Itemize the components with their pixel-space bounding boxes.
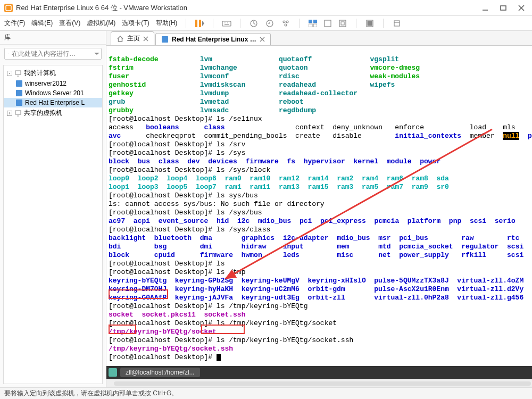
menu-bar: 文件(F) 编辑(E) 查看(V) 虚拟机(M) 选项卡(T) 帮助(H) — [0, 16, 532, 31]
library-tree: - 我的计算机 winserver2012 Windows Server 201… — [3, 65, 103, 384]
svg-rect-38 — [162, 36, 168, 43]
tab-home[interactable]: 主页 — [111, 31, 154, 45]
tab-label: Red Hat Enterprise Linux … — [172, 36, 256, 43]
fullscreen-icon[interactable] — [338, 19, 347, 28]
computer-icon — [14, 70, 22, 77]
content-area: 主页 Red Hat Enterprise Linux … fstab-deco… — [106, 31, 532, 387]
library-icon[interactable] — [392, 19, 402, 28]
pause-icon[interactable] — [195, 19, 204, 28]
collapse-icon[interactable]: - — [7, 71, 12, 76]
tree-vm-winserver201[interactable]: Windows Server 201 — [4, 88, 102, 98]
svg-rect-24 — [368, 21, 372, 26]
show-desktop-icon[interactable] — [109, 368, 117, 377]
svg-rect-29 — [15, 71, 21, 74]
tree-my-computer[interactable]: - 我的计算机 — [4, 68, 102, 79]
revert-icon[interactable] — [265, 19, 275, 28]
menu-help[interactable]: 帮助(H) — [156, 19, 178, 28]
snapshot-manager-icon[interactable] — [281, 19, 290, 28]
svg-rect-33 — [16, 99, 22, 106]
expand-icon[interactable]: + — [7, 111, 12, 116]
snapshot-icon[interactable] — [249, 19, 259, 28]
svg-rect-31 — [16, 80, 22, 87]
menu-edit[interactable]: 编辑(E) — [31, 19, 53, 28]
status-bar: 要将输入定向到该虚拟机，请在虚拟机内部单击或按 Ctrl+G。 — [0, 387, 532, 399]
svg-rect-16 — [309, 20, 312, 23]
svg-rect-19 — [313, 24, 317, 27]
tab-rhel[interactable]: Red Hat Enterprise Linux … — [155, 33, 271, 45]
library-search[interactable] — [4, 48, 102, 60]
minimize-icon[interactable] — [482, 5, 488, 11]
library-header: 库 — [0, 31, 106, 45]
menu-file[interactable]: 文件(F) — [4, 19, 25, 28]
vm-icon — [161, 36, 169, 43]
svg-rect-5 — [222, 21, 231, 26]
menu-vm[interactable]: 虚拟机(M) — [87, 19, 115, 28]
chevron-down-icon[interactable] — [94, 53, 99, 55]
terminal-cursor — [217, 354, 221, 361]
svg-point-13 — [283, 21, 285, 23]
thumbnails-icon[interactable] — [308, 19, 318, 28]
svg-rect-22 — [341, 22, 344, 25]
task-terminal[interactable]: zll@localhost:/home/zl... — [120, 368, 200, 377]
svg-point-27 — [8, 54, 9, 54]
svg-rect-18 — [309, 24, 312, 27]
tab-label: 主页 — [127, 34, 140, 43]
status-text: 要将输入定向到该虚拟机，请在虚拟机内部单击或按 Ctrl+G。 — [4, 389, 178, 398]
vm-icon — [15, 89, 23, 97]
tree-label: 我的计算机 — [24, 69, 56, 78]
close-icon[interactable] — [260, 37, 265, 42]
app-icon — [4, 4, 13, 12]
library-panel: 库 - 我的计算机 winserver2012 Windows Server 2… — [0, 31, 106, 387]
task-label: zll@localhost:/home/zl... — [126, 369, 195, 376]
svg-rect-25 — [394, 21, 400, 26]
maximize-icon[interactable] — [500, 5, 506, 11]
vm-icon — [15, 99, 23, 106]
horizontal-scrollbar[interactable] — [106, 379, 532, 387]
single-window-icon[interactable] — [323, 19, 332, 28]
menu-view[interactable]: 查看(V) — [59, 19, 80, 28]
svg-rect-2 — [501, 6, 506, 10]
computer-icon — [14, 110, 22, 117]
svg-rect-32 — [16, 90, 22, 96]
search-icon — [8, 51, 9, 57]
tree-shared-vms[interactable]: + 共享的虚拟机 — [4, 107, 102, 119]
svg-rect-34 — [15, 111, 21, 114]
svg-rect-20 — [325, 20, 331, 27]
terminal-output[interactable]: fstab-decode lvm quotaoff vgsplit fstrim… — [106, 46, 532, 366]
window-title: Red Hat Enterprise Linux 6 64 位 - VMware… — [16, 3, 482, 13]
home-icon — [117, 35, 124, 43]
close-icon[interactable] — [143, 36, 148, 41]
unity-icon[interactable] — [365, 19, 375, 28]
menu-tabs[interactable]: 选项卡(T) — [122, 19, 149, 28]
guest-taskbar: zll@localhost:/home/zl... — [106, 366, 532, 379]
close-icon[interactable] — [518, 5, 525, 11]
window-titlebar: Red Hat Enterprise Linux 6 64 位 - VMware… — [0, 0, 532, 16]
tree-label: 共享的虚拟机 — [24, 109, 62, 118]
search-input[interactable] — [12, 50, 92, 57]
keyboard-icon[interactable] — [222, 19, 231, 28]
tree-label: Red Hat Enterprise L — [25, 99, 85, 106]
tree-vm-winserver2012[interactable]: winserver2012 — [4, 79, 102, 88]
svg-rect-21 — [339, 20, 346, 27]
svg-rect-0 — [6, 5, 11, 11]
svg-rect-17 — [313, 20, 317, 23]
vm-icon — [15, 80, 23, 87]
tab-bar: 主页 Red Hat Enterprise Linux … — [106, 31, 532, 46]
tree-label: Windows Server 201 — [25, 89, 84, 97]
svg-point-14 — [286, 21, 288, 23]
svg-point-15 — [285, 24, 287, 26]
tree-label: winserver2012 — [25, 80, 66, 87]
tree-vm-rhel[interactable]: Red Hat Enterprise L — [4, 98, 102, 107]
